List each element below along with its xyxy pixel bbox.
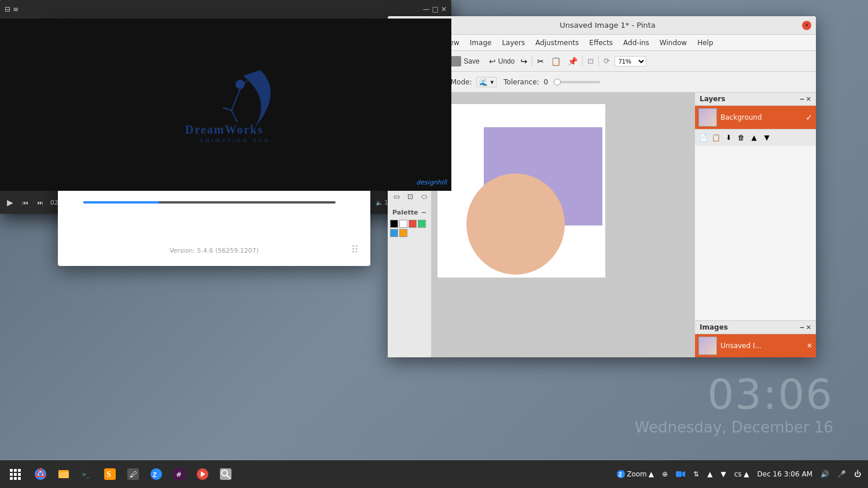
taskbar-zoom-button[interactable]: Z [146, 464, 167, 485]
tray-up-button[interactable]: ▲ [705, 469, 715, 479]
taskbar-files-button[interactable] [53, 464, 74, 485]
color-green[interactable] [418, 220, 426, 228]
tray-video-icon [676, 471, 685, 478]
zoom-display: 71% 100% 50% [615, 56, 646, 66]
video-next-button[interactable]: ⏭ [35, 198, 46, 207]
resize-icon[interactable]: ⟳ [604, 57, 610, 65]
copy-icon[interactable]: 📋 [551, 57, 561, 66]
video-progress-bar[interactable] [83, 201, 336, 204]
search-icon [219, 468, 232, 480]
tray-locale-text: cs ▲ [734, 470, 749, 478]
menu-window[interactable]: Window [655, 37, 692, 49]
zoom-network-icon: ⠿ [351, 243, 359, 256]
video-detach-icon[interactable]: ⊟ [5, 5, 10, 13]
color-white[interactable] [399, 220, 407, 228]
video-menu-icon[interactable]: ≡ [13, 5, 19, 13]
undo-icon: ↩ [489, 57, 496, 66]
menu-adjustments[interactable]: Adjustments [531, 37, 583, 49]
layer-visible-check[interactable]: ✓ [806, 113, 812, 122]
layer-btn-up[interactable]: ▲ [748, 132, 760, 143]
layer-background-item[interactable]: Background ✓ [695, 106, 816, 129]
tool-rect-shape[interactable]: ▭ [390, 190, 403, 203]
terminal-icon: >_ [80, 468, 93, 480]
images-header-minus[interactable]: − [800, 324, 805, 331]
taskbar-mediaplayer-button[interactable] [192, 464, 213, 485]
color-blue[interactable] [390, 229, 398, 237]
layers-header-x[interactable]: ✕ [806, 95, 811, 103]
tool-ellipse-shape[interactable]: ⬭ [418, 190, 431, 203]
chrome-icon [34, 468, 47, 480]
toolbar-undo-button[interactable]: ↩ Undo [486, 55, 518, 68]
tray-mic-button[interactable]: 🎤 [835, 469, 848, 479]
image-close-icon[interactable]: ✕ [807, 342, 812, 350]
cut-icon[interactable]: ✂ [537, 57, 544, 66]
images-header-x[interactable]: ✕ [806, 324, 811, 331]
tolerance-slider[interactable] [554, 81, 600, 83]
tray-volume-button[interactable]: 🔊 [818, 469, 832, 479]
svg-line-2 [223, 108, 231, 110]
clock-date: Wednesday, December 16 [635, 419, 833, 436]
layers-header-minus[interactable]: − [800, 95, 805, 103]
color-red[interactable] [409, 220, 417, 228]
redo-icon[interactable]: ↪ [520, 57, 527, 66]
toolbar-save-button[interactable]: Save [447, 54, 483, 68]
designhill-logo: designhill [416, 179, 447, 186]
menu-help[interactable]: Help [693, 37, 718, 49]
menu-layers[interactable]: Layers [497, 37, 529, 49]
video-play-button[interactable]: ▶ [5, 197, 16, 208]
pinta-images-section: Images − ✕ Unsaved I... ✕ [695, 320, 816, 357]
save-icon [451, 56, 461, 66]
pinta-layers-header: Layers − ✕ [695, 93, 816, 106]
color-black[interactable] [390, 220, 398, 228]
taskbar-tray: Z Zoom ▲ ⊕ ⇅ ▲ ▼ [615, 469, 863, 479]
taskbar-chrome-button[interactable] [30, 464, 51, 485]
tray-network-icon: ⊕ [662, 470, 668, 478]
menu-effects[interactable]: Effects [584, 37, 617, 49]
pinta-menubar: File Edit View Image Layers Adjustments … [388, 35, 816, 51]
svg-rect-21 [58, 472, 69, 478]
svg-rect-13 [18, 473, 21, 476]
tray-down-button[interactable]: ▼ [718, 469, 728, 479]
pinta-close-button[interactable]: ✕ [802, 21, 811, 30]
menu-image[interactable]: Image [465, 37, 496, 49]
video-prev-button[interactable]: ⏮ [20, 198, 31, 207]
taskbar-feather-button[interactable]: 🖊 [123, 464, 144, 485]
crop-icon[interactable]: ⊡ [587, 57, 594, 65]
tray-arrows-button[interactable]: ⇅ [691, 469, 701, 479]
layer-background-name: Background [720, 113, 802, 121]
tool-rounded-rect[interactable]: ⊡ [404, 190, 417, 203]
pinta-canvas-area[interactable] [432, 93, 694, 357]
flood-mode-select[interactable]: 🌊 ▾ [476, 77, 496, 87]
taskbar-slack-button[interactable]: # [169, 464, 190, 485]
taskbar-sublime-button[interactable]: S [100, 464, 120, 485]
tray-locale-button[interactable]: cs ▲ [732, 469, 752, 479]
tray-datetime[interactable]: Dec 16 3:06 AM [755, 469, 815, 479]
menu-addins[interactable]: Add-ins [619, 37, 654, 49]
tray-power-icon: ⏻ [854, 470, 861, 478]
video-minimize-icon[interactable]: — [423, 5, 430, 13]
layers-bottom-toolbar: 📄 📋 ⬇ 🗑 ▲ ▼ [695, 129, 816, 146]
taskbar-search-button[interactable] [215, 464, 236, 485]
tray-power-button[interactable]: ⏻ [852, 469, 863, 479]
layer-btn-dup[interactable]: 📋 [710, 132, 722, 143]
layer-btn-down[interactable]: ▼ [761, 132, 773, 143]
video-maximize-icon[interactable]: □ [432, 5, 439, 13]
pinta-orange-circle [466, 173, 565, 275]
taskbar-terminal-button[interactable]: >_ [76, 464, 97, 485]
layer-btn-del[interactable]: 🗑 [735, 132, 747, 143]
tray-zoom2-button[interactable] [674, 469, 687, 479]
files-icon [57, 468, 70, 480]
layer-btn-merge[interactable]: ⬇ [723, 132, 734, 143]
zoom-select[interactable]: 71% 100% 50% [615, 56, 646, 66]
palette-collapse-icon[interactable]: − [421, 209, 426, 216]
tray-zoom-label[interactable]: Z Zoom ▲ [615, 469, 656, 479]
apps-grid-icon [9, 468, 21, 480]
color-orange[interactable] [399, 229, 407, 237]
video-close-icon[interactable]: ✕ [441, 5, 447, 13]
image-unsaved-item[interactable]: Unsaved I... ✕ [695, 334, 816, 357]
layer-btn-new[interactable]: 📄 [697, 132, 709, 143]
tolerance-item: Tolerance: 0 [503, 78, 600, 86]
tray-network-button[interactable]: ⊕ [660, 469, 670, 479]
apps-menu-button[interactable] [5, 464, 25, 485]
paste-icon[interactable]: 📌 [568, 57, 578, 66]
